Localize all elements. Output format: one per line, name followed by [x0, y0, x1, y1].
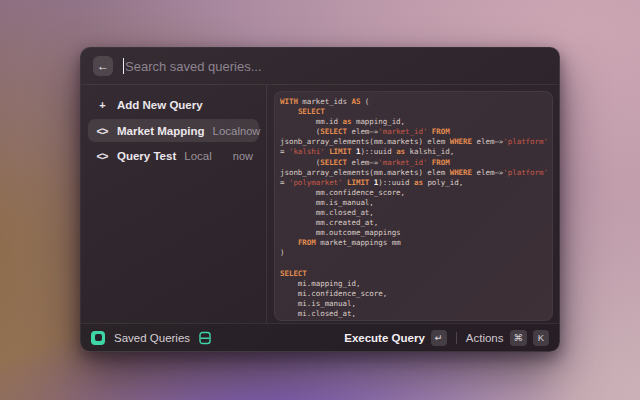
code-block: WITH market_ids AS ( SELECT mm.id as map… — [280, 97, 547, 321]
sidebar-item-query-test[interactable]: <> Query Test Local now — [88, 144, 259, 168]
code-line: mi.mapping_id, — [280, 279, 547, 289]
code-line: mm.confidence_score, — [280, 188, 547, 198]
storage-tag: Local — [184, 150, 212, 162]
search-bar: ← — [81, 48, 559, 85]
timestamp: now — [240, 125, 260, 137]
code-line: SELECT — [280, 269, 547, 279]
code-icon: <> — [94, 150, 110, 162]
code-line: mm.id as mapping_id, — [280, 117, 547, 127]
search-input[interactable] — [123, 56, 547, 76]
window-body: + Add New Query <> Market Mapping Local … — [81, 85, 559, 323]
code-line: mm.outcome_mappings — [280, 228, 547, 238]
execute-query-button[interactable]: Execute Query ↵ — [344, 330, 447, 346]
app-window: ← + Add New Query <> Market Mapping Loca… — [80, 47, 560, 352]
code-line: mm.created_at, — [280, 218, 547, 228]
sidebar-item-label: Add New Query — [117, 99, 203, 111]
timestamp: now — [233, 150, 253, 162]
code-line: jsonb_array_elements(mm.markets) elem WH… — [280, 137, 547, 147]
k-key-badge: K — [533, 330, 549, 346]
enter-key-badge: ↵ — [431, 330, 447, 346]
code-line: mi.closed_at, — [280, 309, 547, 319]
cmd-key-badge: ⌘ — [510, 330, 528, 346]
query-preview-panel[interactable]: WITH market_ids AS ( SELECT mm.id as map… — [274, 91, 553, 321]
plus-icon: + — [94, 99, 110, 111]
desktop-background: ← + Add New Query <> Market Mapping Loca… — [0, 0, 640, 400]
execute-query-label: Execute Query — [344, 332, 425, 344]
code-line: mi.confidence_score, — [280, 289, 547, 299]
detail-pane: WITH market_ids AS ( SELECT mm.id as map… — [267, 85, 559, 323]
code-line: (SELECT elem—»'market_id' FROM — [280, 127, 547, 137]
footer-bar: Saved Queries Execute Query ↵ Actions ⌘ … — [81, 323, 559, 351]
actions-button[interactable]: Actions ⌘ K — [466, 330, 549, 346]
code-line: = 'kalshi' LIMIT 1)::uuid as kalshi_id, — [280, 147, 547, 157]
sidebar-item-market-mapping[interactable]: <> Market Mapping Local now — [88, 119, 259, 142]
code-line: mi.created_at as mapping_created_at — [280, 319, 547, 321]
sidebar: + Add New Query <> Market Mapping Local … — [81, 85, 266, 323]
actions-label: Actions — [466, 332, 504, 344]
footer-separator — [456, 332, 457, 344]
code-line: WITH market_ids AS ( — [280, 97, 547, 107]
drive-icon — [199, 331, 211, 345]
code-line: ) — [280, 248, 547, 258]
storage-tag: Local — [213, 125, 241, 137]
code-icon: <> — [94, 125, 110, 137]
extension-app-icon-inner — [95, 334, 102, 341]
code-line: mm.closed_at, — [280, 208, 547, 218]
code-line: jsonb_array_elements(mm.markets) elem WH… — [280, 168, 547, 178]
code-line: = 'polymarket' LIMIT 1)::uuid as poly_id… — [280, 178, 547, 188]
back-button[interactable]: ← — [93, 56, 113, 76]
text-caret — [123, 58, 124, 74]
footer-app-label: Saved Queries — [114, 332, 190, 344]
sidebar-item-label: Market Mapping — [117, 125, 205, 137]
code-line: SELECT — [280, 107, 547, 117]
code-line — [280, 259, 547, 269]
code-line: mi.is_manual, — [280, 299, 547, 309]
sidebar-item-add-new-query[interactable]: + Add New Query — [88, 93, 259, 117]
back-arrow-icon: ← — [97, 59, 109, 73]
sidebar-item-label: Query Test — [117, 150, 176, 162]
code-line: mm.is_manual, — [280, 198, 547, 208]
code-line: FROM market_mappings mm — [280, 238, 547, 248]
code-line: (SELECT elem—»'market_id' FROM — [280, 158, 547, 168]
extension-app-icon — [91, 331, 105, 345]
